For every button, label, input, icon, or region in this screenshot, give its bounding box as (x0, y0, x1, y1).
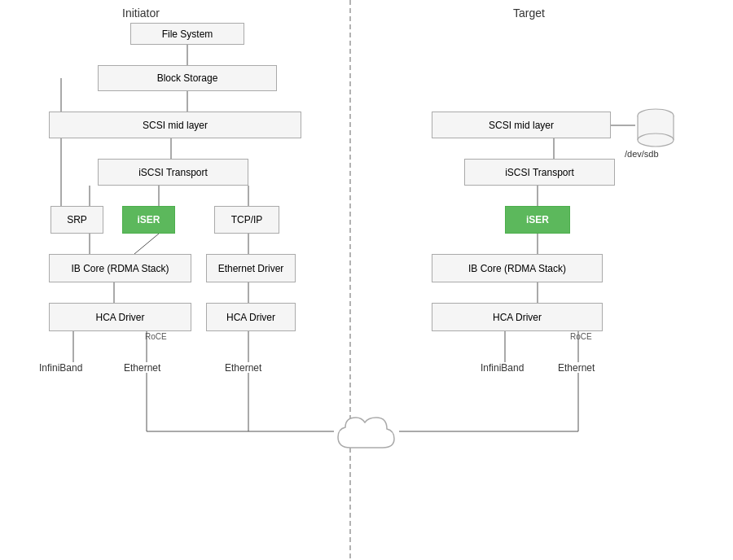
scsi-mid-layer-right-box: SCSI mid layer (432, 112, 611, 138)
hca-driver-right-box: HCA Driver (432, 303, 603, 331)
roce-label-right: RoCE (570, 332, 592, 341)
srp-box: SRP (50, 206, 103, 234)
scsi-mid-layer-left-box: SCSI mid layer (49, 112, 301, 138)
iser-left-box: iSER (122, 206, 175, 234)
block-storage-box: Block Storage (98, 65, 277, 91)
iser-right-box: iSER (505, 206, 570, 234)
ethernet-mid-label: Ethernet (124, 362, 160, 374)
hca-driver-left-box: HCA Driver (49, 303, 191, 331)
ib-core-left-box: IB Core (RDMA Stack) (49, 254, 191, 282)
hca-driver-eth-box: HCA Driver (206, 303, 296, 331)
cloud-icon (334, 411, 399, 456)
ethernet-target-label: Ethernet (558, 362, 595, 374)
dev-sdb-icon (634, 106, 678, 147)
diagram: Initiator Target File System Block Stora… (0, 0, 733, 560)
ethernet-right-label: Ethernet (225, 362, 261, 374)
svg-line-9 (134, 234, 159, 254)
ethernet-driver-box: Ethernet Driver (206, 254, 296, 282)
roce-label-left: RoCE (145, 332, 167, 341)
infiniband-right-label: InfiniBand (481, 362, 524, 374)
dev-sdb-label: /dev/sdb (625, 149, 659, 159)
file-system-box: File System (130, 23, 244, 45)
tcpip-box: TCP/IP (214, 206, 279, 234)
ib-core-right-box: IB Core (RDMA Stack) (432, 254, 603, 282)
iscsi-transport-right-box: iSCSI Transport (464, 159, 615, 186)
infiniband-left-label: InfiniBand (39, 362, 82, 374)
target-label: Target (513, 7, 545, 20)
svg-point-34 (638, 133, 674, 147)
initiator-label: Initiator (122, 7, 160, 20)
iscsi-transport-left-box: iSCSI Transport (98, 159, 248, 186)
